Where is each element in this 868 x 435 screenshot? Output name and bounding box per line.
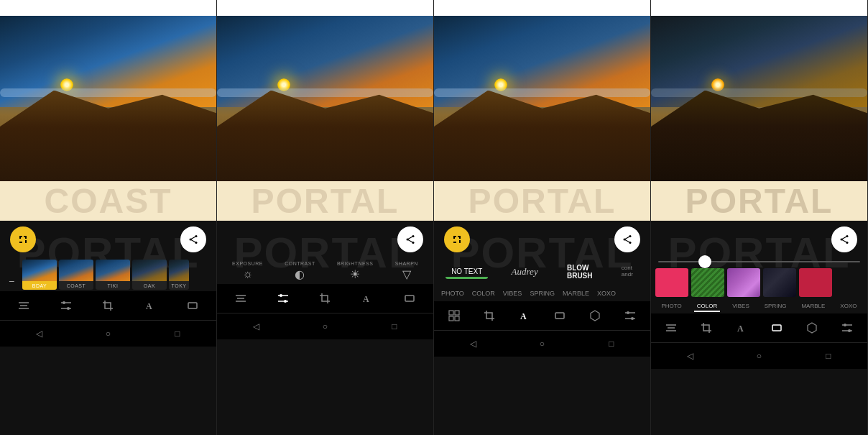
color-swatch-strip-4	[651, 265, 867, 300]
cream-3: PORTAL	[434, 181, 650, 221]
nav-home-4[interactable]: ○	[750, 347, 767, 365]
nav-back-3[interactable]: ◁	[464, 335, 481, 352]
toolbar-lines-icon-1[interactable]	[14, 296, 34, 316]
svg-line-3	[190, 237, 196, 240]
nav-home-2[interactable]: ○	[316, 318, 333, 335]
toolbar-crop-icon-1[interactable]	[98, 296, 118, 316]
toolbar-grid-icon-3[interactable]	[444, 306, 464, 326]
share-button-1[interactable]	[180, 226, 206, 252]
blow-brush-label: BLOWBRUSH	[567, 264, 593, 280]
tab-vibes-4[interactable]: VIBES	[729, 301, 752, 312]
adjust-sharpness[interactable]: SHARPN ▽	[395, 261, 418, 281]
nav-back-4[interactable]: ◁	[681, 347, 698, 365]
svg-rect-34	[455, 311, 459, 315]
text-audrey[interactable]: Audrey	[506, 263, 544, 280]
adjust-contrast-label: CONTRAST	[285, 261, 315, 266]
tab-color-3[interactable]: COLOR	[469, 288, 498, 298]
toolbar-sliders-icon-1[interactable]	[56, 296, 76, 316]
slider-track-4[interactable]	[658, 261, 860, 262]
toolbar-sliders-icon-3[interactable]	[620, 306, 640, 326]
svg-point-41	[627, 311, 629, 314]
toolbar-text-icon-4[interactable]: A	[731, 318, 752, 338]
toolbar-rect-icon-1[interactable]	[183, 296, 203, 316]
toolbar-text-icon-2[interactable]: A	[357, 288, 377, 308]
filter-tiki[interactable]: TIKI	[96, 260, 130, 290]
no-text-label: NO TEXT	[451, 267, 482, 275]
adjust-exposure[interactable]: EXPOSURE ☼	[232, 261, 263, 281]
tab-marble-3[interactable]: MARBLE	[560, 288, 592, 298]
filter-oak[interactable]: OAK	[132, 260, 167, 290]
swatch-dark-red[interactable]	[799, 268, 832, 297]
tab-xoxo-4[interactable]: XOXO	[837, 301, 859, 312]
tab-spring-4[interactable]: SPRING	[762, 301, 790, 312]
toolbar-rect-icon-2[interactable]	[400, 288, 420, 308]
adjust-contrast[interactable]: CONTRAST ◐	[285, 261, 315, 281]
panel-filters: COAST PORTAL − BDAY COAST	[0, 0, 217, 435]
toolbar-square-icon-3[interactable]	[550, 306, 570, 326]
nav-square-4[interactable]: □	[820, 347, 837, 365]
photo-1	[0, 16, 216, 181]
tab-marble-4[interactable]: MARBLE	[798, 301, 828, 312]
nav-square-3[interactable]: □	[603, 335, 620, 352]
toolbar-text-icon-3[interactable]: A	[514, 306, 535, 326]
text-no-text[interactable]: NO TEXT	[445, 265, 488, 279]
bottom-toolbar-1: A	[0, 291, 216, 320]
tab-vibes-3[interactable]: VIBES	[500, 288, 525, 298]
toolbar-crop-icon-3[interactable]	[479, 306, 499, 326]
svg-point-11	[67, 307, 70, 310]
svg-point-43	[631, 317, 634, 320]
expand-button-3[interactable]	[444, 226, 470, 252]
share-button-4[interactable]	[831, 226, 857, 252]
swatch-purple-pattern[interactable]	[727, 268, 760, 297]
adjust-brightness[interactable]: BRIGHTNESS ☀	[337, 261, 374, 281]
portal-text-bg-3: PORTAL	[468, 181, 617, 221]
tab-photo-4[interactable]: PHOTO	[658, 301, 684, 312]
nav-square-1[interactable]: □	[169, 325, 186, 342]
nav-bar-1: ◁ ○ □	[0, 320, 216, 347]
swatch-dark-pattern[interactable]	[763, 268, 796, 297]
filter-tokyo[interactable]: TOKY	[169, 260, 189, 290]
filter-minus-btn[interactable]: −	[3, 260, 20, 290]
nav-home-3[interactable]: ○	[533, 335, 550, 352]
bottom-toolbar-3: A	[434, 301, 650, 330]
toolbar-sliders-icon-4[interactable]	[837, 318, 857, 338]
svg-line-18	[407, 239, 413, 243]
spacer-4	[661, 226, 687, 252]
share-button-2[interactable]	[397, 226, 423, 252]
tab-photo-3[interactable]: PHOTO	[438, 288, 467, 298]
audrey-label: Audrey	[512, 266, 538, 278]
toolbar-square-icon-4[interactable]	[767, 318, 787, 338]
toolbar-sliders-icon-2[interactable]	[273, 288, 293, 308]
toolbar-lines-icon-2[interactable]	[231, 288, 251, 308]
filter-coast[interactable]: COAST	[59, 260, 93, 290]
portal-text-bg-1: COAST	[45, 181, 172, 221]
tab-color-4[interactable]: COLOR	[694, 301, 720, 312]
nav-back-2[interactable]: ◁	[247, 318, 264, 335]
nav-back-1[interactable]: ◁	[30, 325, 47, 342]
expand-button-1[interactable]	[10, 226, 36, 252]
svg-marker-54	[808, 323, 816, 333]
tab-xoxo-3[interactable]: XOXO	[594, 288, 619, 298]
dark-area-3: PORTAL NO TEXT Audrey BLOWBRUSH contandr	[434, 221, 650, 435]
nav-home-1[interactable]: ○	[99, 325, 116, 342]
share-button-3[interactable]	[614, 226, 640, 252]
filter-bday[interactable]: BDAY	[22, 260, 57, 290]
toolbar-hexagon-icon-3[interactable]	[585, 306, 605, 326]
adjust-contrast-icon: ◐	[295, 267, 305, 281]
toolbar-crop-icon-4[interactable]	[696, 318, 716, 338]
swatch-pink[interactable]	[655, 268, 688, 297]
top-bar-1	[0, 0, 216, 16]
toolbar-lines-icon-4[interactable]	[661, 318, 681, 338]
text-blow-brush[interactable]: BLOWBRUSH	[561, 261, 599, 283]
filter-coast-label: COAST	[59, 281, 93, 290]
tab-spring-3[interactable]: SPRING	[527, 288, 558, 298]
toolbar-crop-icon-2[interactable]	[315, 288, 335, 308]
portal-text-bg-4: PORTAL	[685, 181, 834, 221]
filter-oak-label: OAK	[132, 281, 167, 290]
toolbar-hexagon-icon-4[interactable]	[802, 318, 822, 338]
toolbar-text-icon-1[interactable]: A	[140, 296, 160, 316]
action-buttons-1	[0, 221, 216, 258]
nav-square-2[interactable]: □	[386, 318, 403, 335]
text-cont[interactable]: contandr	[616, 262, 639, 281]
swatch-green-pattern[interactable]	[691, 268, 724, 297]
